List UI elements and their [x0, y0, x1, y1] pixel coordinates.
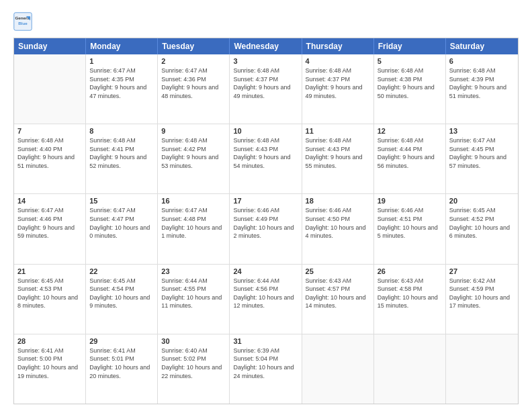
calendar-cell: 27Sunrise: 6:42 AMSunset: 4:59 PMDayligh…: [446, 265, 518, 334]
cell-info: Sunrise: 6:47 AMSunset: 4:46 PMDaylight:…: [17, 206, 82, 240]
calendar-cell: 5Sunrise: 6:48 AMSunset: 4:38 PMDaylight…: [374, 54, 446, 124]
cell-info: Sunrise: 6:48 AMSunset: 4:43 PMDaylight:…: [306, 136, 370, 170]
cell-info: Sunrise: 6:48 AMSunset: 4:41 PMDaylight:…: [89, 136, 154, 170]
calendar-week: 28Sunrise: 6:41 AMSunset: 5:00 PMDayligh…: [14, 334, 518, 404]
cell-info: Sunrise: 6:44 AMSunset: 4:55 PMDaylight:…: [161, 277, 226, 310]
calendar-body: 1Sunrise: 6:47 AMSunset: 4:35 PMDaylight…: [14, 54, 518, 404]
day-number: 22: [89, 267, 154, 275]
cell-info: Sunrise: 6:48 AMSunset: 4:43 PMDaylight:…: [233, 136, 298, 170]
cell-info: Sunrise: 6:48 AMSunset: 4:44 PMDaylight:…: [378, 136, 442, 170]
header-day: Monday: [86, 38, 158, 54]
calendar-week: 14Sunrise: 6:47 AMSunset: 4:46 PMDayligh…: [14, 194, 518, 264]
logo-icon: General Blue: [13, 12, 32, 31]
calendar-cell: 14Sunrise: 6:47 AMSunset: 4:46 PMDayligh…: [14, 194, 86, 263]
cell-info: Sunrise: 6:48 AMSunset: 4:40 PMDaylight:…: [17, 136, 82, 170]
calendar-cell: 29Sunrise: 6:41 AMSunset: 5:01 PMDayligh…: [86, 334, 158, 404]
day-number: 30: [161, 337, 226, 345]
calendar-cell: 26Sunrise: 6:43 AMSunset: 4:58 PMDayligh…: [374, 265, 446, 334]
header-day: Tuesday: [158, 38, 230, 54]
calendar-cell: 16Sunrise: 6:47 AMSunset: 4:48 PMDayligh…: [158, 194, 230, 263]
day-number: 27: [449, 267, 515, 275]
day-number: 13: [449, 127, 515, 135]
calendar-cell: 10Sunrise: 6:48 AMSunset: 4:43 PMDayligh…: [230, 124, 302, 193]
header-day: Saturday: [446, 38, 518, 54]
day-number: 20: [449, 197, 515, 205]
cell-info: Sunrise: 6:47 AMSunset: 4:45 PMDaylight:…: [449, 136, 515, 170]
day-number: 7: [17, 127, 82, 135]
calendar-cell: 3Sunrise: 6:48 AMSunset: 4:37 PMDaylight…: [230, 54, 302, 124]
cell-info: Sunrise: 6:40 AMSunset: 5:02 PMDaylight:…: [161, 347, 226, 380]
calendar-cell: [14, 54, 86, 124]
header-day: Friday: [374, 38, 446, 54]
cell-info: Sunrise: 6:46 AMSunset: 4:51 PMDaylight:…: [378, 206, 442, 240]
cell-info: Sunrise: 6:41 AMSunset: 5:01 PMDaylight:…: [89, 347, 154, 380]
calendar-week: 1Sunrise: 6:47 AMSunset: 4:35 PMDaylight…: [14, 54, 518, 124]
cell-info: Sunrise: 6:43 AMSunset: 4:58 PMDaylight:…: [378, 277, 442, 310]
logo: General Blue: [13, 12, 35, 31]
day-number: 17: [233, 197, 298, 205]
day-number: 6: [449, 57, 515, 65]
cell-info: Sunrise: 6:42 AMSunset: 4:59 PMDaylight:…: [449, 277, 515, 310]
header-day: Wednesday: [230, 38, 302, 54]
calendar-cell: 6Sunrise: 6:48 AMSunset: 4:39 PMDaylight…: [446, 54, 518, 124]
day-number: 21: [17, 267, 82, 275]
day-number: 9: [161, 127, 226, 135]
cell-info: Sunrise: 6:41 AMSunset: 5:00 PMDaylight:…: [17, 347, 82, 380]
header-day: Sunday: [14, 38, 86, 54]
day-number: 2: [161, 57, 226, 65]
day-number: 3: [233, 57, 298, 65]
svg-text:Blue: Blue: [18, 21, 28, 26]
calendar-cell: 25Sunrise: 6:43 AMSunset: 4:57 PMDayligh…: [302, 265, 374, 334]
cell-info: Sunrise: 6:45 AMSunset: 4:54 PMDaylight:…: [89, 277, 154, 310]
calendar-cell: 13Sunrise: 6:47 AMSunset: 4:45 PMDayligh…: [446, 124, 518, 193]
calendar-cell: 18Sunrise: 6:46 AMSunset: 4:50 PMDayligh…: [302, 194, 374, 263]
calendar-cell: 2Sunrise: 6:47 AMSunset: 4:36 PMDaylight…: [158, 54, 230, 124]
calendar-cell: 24Sunrise: 6:44 AMSunset: 4:56 PMDayligh…: [230, 265, 302, 334]
page: General Blue SundayMondayTuesdayWednesda…: [0, 0, 532, 411]
cell-info: Sunrise: 6:46 AMSunset: 4:49 PMDaylight:…: [233, 206, 298, 240]
day-number: 14: [17, 197, 82, 205]
day-number: 18: [306, 197, 370, 205]
cell-info: Sunrise: 6:47 AMSunset: 4:35 PMDaylight:…: [89, 66, 154, 100]
day-number: 15: [89, 197, 154, 205]
calendar-cell: 22Sunrise: 6:45 AMSunset: 4:54 PMDayligh…: [86, 265, 158, 334]
calendar-cell: 19Sunrise: 6:46 AMSunset: 4:51 PMDayligh…: [374, 194, 446, 263]
calendar-cell: 20Sunrise: 6:45 AMSunset: 4:52 PMDayligh…: [446, 194, 518, 263]
cell-info: Sunrise: 6:45 AMSunset: 4:52 PMDaylight:…: [449, 206, 515, 240]
calendar-cell: 30Sunrise: 6:40 AMSunset: 5:02 PMDayligh…: [158, 334, 230, 404]
calendar-cell: 28Sunrise: 6:41 AMSunset: 5:00 PMDayligh…: [14, 334, 86, 404]
day-number: 24: [233, 267, 298, 275]
calendar-cell: [302, 334, 374, 404]
day-number: 12: [378, 127, 442, 135]
day-number: 10: [233, 127, 298, 135]
calendar-cell: 1Sunrise: 6:47 AMSunset: 4:35 PMDaylight…: [86, 54, 158, 124]
calendar-cell: 8Sunrise: 6:48 AMSunset: 4:41 PMDaylight…: [86, 124, 158, 193]
day-number: 31: [233, 337, 298, 345]
calendar-cell: 7Sunrise: 6:48 AMSunset: 4:40 PMDaylight…: [14, 124, 86, 193]
cell-info: Sunrise: 6:46 AMSunset: 4:50 PMDaylight:…: [306, 206, 370, 240]
calendar-cell: 15Sunrise: 6:47 AMSunset: 4:47 PMDayligh…: [86, 194, 158, 263]
calendar-cell: 11Sunrise: 6:48 AMSunset: 4:43 PMDayligh…: [302, 124, 374, 193]
calendar-cell: 17Sunrise: 6:46 AMSunset: 4:49 PMDayligh…: [230, 194, 302, 263]
calendar-cell: [446, 334, 518, 404]
calendar-cell: 9Sunrise: 6:48 AMSunset: 4:42 PMDaylight…: [158, 124, 230, 193]
calendar-header: SundayMondayTuesdayWednesdayThursdayFrid…: [14, 38, 518, 54]
day-number: 19: [378, 197, 442, 205]
day-number: 23: [161, 267, 226, 275]
day-number: 4: [306, 57, 370, 65]
calendar-cell: 31Sunrise: 6:39 AMSunset: 5:04 PMDayligh…: [230, 334, 302, 404]
day-number: 1: [89, 57, 154, 65]
day-number: 28: [17, 337, 82, 345]
cell-info: Sunrise: 6:48 AMSunset: 4:37 PMDaylight:…: [233, 66, 298, 100]
calendar-cell: 12Sunrise: 6:48 AMSunset: 4:44 PMDayligh…: [374, 124, 446, 193]
cell-info: Sunrise: 6:47 AMSunset: 4:47 PMDaylight:…: [89, 206, 154, 240]
calendar: SundayMondayTuesdayWednesdayThursdayFrid…: [13, 38, 519, 404]
day-number: 8: [89, 127, 154, 135]
day-number: 25: [306, 267, 370, 275]
day-number: 16: [161, 197, 226, 205]
calendar-cell: 23Sunrise: 6:44 AMSunset: 4:55 PMDayligh…: [158, 265, 230, 334]
day-number: 29: [89, 337, 154, 345]
cell-info: Sunrise: 6:48 AMSunset: 4:38 PMDaylight:…: [378, 66, 442, 100]
header-day: Thursday: [302, 38, 374, 54]
cell-info: Sunrise: 6:44 AMSunset: 4:56 PMDaylight:…: [233, 277, 298, 310]
